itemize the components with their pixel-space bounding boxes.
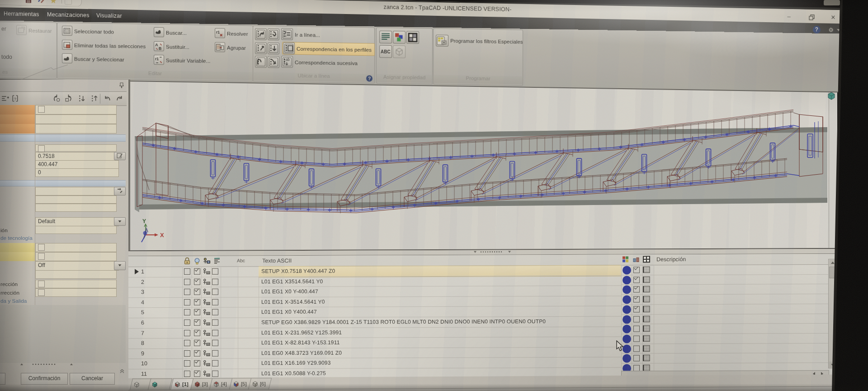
asignar-icon-2[interactable]	[406, 31, 419, 44]
panel-row-17-dropdown-button[interactable]	[114, 261, 126, 270]
qat-star-icon[interactable]	[50, 0, 57, 4]
restaurar-button[interactable]: Restaurar	[16, 24, 52, 36]
confirmacion-button[interactable]: Confirmación	[21, 373, 68, 385]
table-row-7-check-lock[interactable]	[184, 330, 190, 336]
table-row-11-check-visible[interactable]	[194, 371, 200, 377]
table-row-10-check-lock[interactable]	[184, 360, 190, 367]
ubicar-correspondencia-en-los-perfiles[interactable]: Correspondencia en los perfiles	[282, 42, 375, 56]
asignar-cube-button[interactable]	[393, 45, 406, 58]
table-row-2-check-active[interactable]	[633, 277, 640, 283]
panel-splitter-handle[interactable]	[19, 360, 74, 363]
table-row-2-check-lock[interactable]	[184, 279, 190, 285]
panel-row-16-value-cell[interactable]	[35, 252, 117, 261]
abc-column-header[interactable]: Abc	[237, 257, 245, 263]
panel-tool-icon-1[interactable]: ?	[11, 94, 20, 103]
ubicar-correspondencia-en-los-perfiles-icon-1[interactable]	[268, 43, 279, 54]
table-row-2-color-dot[interactable]	[623, 276, 631, 284]
panel-collapse-icon[interactable]	[119, 367, 125, 372]
panel-row-18-value-cell[interactable]	[35, 270, 117, 279]
table-row-5-grid-icon[interactable]	[643, 305, 651, 315]
table-row-4-check-lock[interactable]	[184, 299, 190, 305]
panel-row-5-edit-button[interactable]	[114, 152, 126, 160]
construct-column-icon[interactable]	[213, 257, 221, 265]
help-icon[interactable]: ?	[813, 26, 821, 33]
view-cube-icon[interactable]	[826, 91, 836, 100]
table-row-8-check-construct[interactable]	[212, 340, 218, 346]
ubicar-correspondencia-en-los-perfiles-icon-0[interactable]	[255, 42, 267, 54]
table-row-5-color-dot[interactable]	[623, 305, 631, 314]
restore-button[interactable]	[805, 14, 818, 21]
table-row-1-check-lock[interactable]	[184, 268, 190, 275]
table-row-6-check-visible[interactable]	[194, 319, 200, 326]
table-row-2-check-visible[interactable]	[194, 279, 200, 285]
table-row-6-check-active[interactable]	[633, 316, 640, 322]
table-row-3-grid-icon[interactable]	[643, 286, 651, 295]
table-row-10-grid-icon[interactable]	[643, 354, 651, 363]
panel-row-4-checkbox[interactable]	[38, 145, 45, 152]
panel-row-16-checkbox[interactable]	[38, 253, 45, 260]
panel-row-15-value-cell[interactable]	[35, 243, 117, 252]
ubicar-help-icon[interactable]: ?	[366, 75, 373, 81]
panel-tool-icon-4[interactable]	[77, 94, 86, 103]
panel-row-6-value-cell[interactable]: 400.447	[35, 160, 119, 169]
table-row-4-color-dot[interactable]	[623, 295, 631, 304]
statusbar-pin-icon[interactable]	[832, 387, 836, 391]
table-row-5-check-lock[interactable]	[184, 309, 190, 315]
table-row-3-check-visible[interactable]	[194, 289, 200, 295]
layer-column-icon[interactable]	[203, 257, 210, 265]
panel-row-9-tech-button[interactable]	[114, 187, 126, 196]
ubicar-ir-a-l-nea--icon-1[interactable]	[268, 29, 279, 40]
table-row-5-check-visible[interactable]	[194, 309, 200, 315]
ubicar-correspondencia-sucesiva-icon-0[interactable]	[255, 56, 267, 67]
table-row-8-check-active[interactable]	[633, 335, 640, 342]
grid-column-icon[interactable]	[643, 256, 650, 263]
panel-row-9-value-cell[interactable]	[35, 187, 117, 196]
editar-button-eliminar-todas-las-selecciones[interactable]: Eliminar todas las selecciones	[62, 39, 146, 52]
table-row-1-grid-icon[interactable]	[643, 266, 651, 275]
table-row-10-color-dot[interactable]	[623, 354, 631, 362]
asignar-icon-1[interactable]	[393, 31, 406, 43]
panel-row-5-value-cell[interactable]: 0.7518	[35, 152, 119, 161]
tab-solid-view[interactable]	[148, 378, 172, 390]
panel-tool-icon-5[interactable]	[90, 94, 99, 103]
table-row-9-check-active[interactable]	[633, 345, 640, 352]
panel-row-12-value-cell[interactable]: Default	[35, 217, 119, 226]
editar-button-buscar-y-seleccionar[interactable]: Buscar y Seleccionar	[62, 53, 124, 65]
table-row-4-check-construct[interactable]	[212, 299, 218, 305]
menu-visualizar[interactable]: Visualizar	[96, 12, 122, 19]
panel-tool-icon-6[interactable]	[103, 94, 112, 103]
editar-button-resolver[interactable]: r1Resolver	[215, 28, 248, 39]
scroll-thumb[interactable]	[829, 267, 837, 278]
gear-icon[interactable]	[827, 26, 835, 34]
table-row-9-check-visible[interactable]	[194, 350, 200, 357]
panel-row-10-value-cell[interactable]	[35, 196, 117, 204]
minimize-button[interactable]: –	[782, 13, 796, 21]
table-row-4-check-active[interactable]	[633, 296, 640, 302]
tool-column-icon[interactable]	[632, 256, 640, 263]
panel-tool-icon-2[interactable]	[52, 94, 61, 103]
table-row-10-check-visible[interactable]	[194, 360, 200, 367]
bulb-column-icon[interactable]	[193, 257, 201, 265]
panel-tool-icon-3[interactable]	[64, 94, 73, 103]
table-row-8-check-visible[interactable]	[194, 340, 200, 346]
ubicar-ir-a-l-nea--icon-0[interactable]	[255, 28, 267, 40]
lock-column-icon[interactable]	[184, 257, 191, 265]
table-row-1-check-visible[interactable]	[194, 268, 200, 275]
table-row-4-check-visible[interactable]	[194, 299, 200, 305]
table-row-7-check-visible[interactable]	[194, 330, 200, 336]
panel-row-12-dropdown-button[interactable]	[114, 217, 126, 226]
editar-button-sustituir-variable-[interactable]: r1Sustituir Variable...	[154, 54, 211, 66]
panel-tool-icon-7[interactable]	[115, 94, 124, 103]
programar-filtros-button[interactable]: Programar los filtros Especiales	[436, 35, 523, 48]
scroll-up-button[interactable]	[829, 260, 836, 266]
table-row-10-check-active[interactable]	[633, 355, 640, 361]
table-row-11-check-lock[interactable]	[184, 371, 190, 377]
qat-save-icon[interactable]	[25, 0, 32, 3]
panel-row-11-value-cell[interactable]	[35, 204, 117, 212]
cancelar-button[interactable]: Cancelar	[70, 373, 115, 385]
menu-mecanizaciones[interactable]: Mecanizaciones	[47, 11, 90, 19]
panel-row-20-value-cell[interactable]	[35, 288, 117, 297]
table-row-1-check-active[interactable]	[633, 267, 640, 273]
ubicar-ir-a-l-nea-[interactable]: Ir a línea...	[281, 29, 320, 40]
asignar-abc-button[interactable]: ABC	[379, 45, 392, 58]
